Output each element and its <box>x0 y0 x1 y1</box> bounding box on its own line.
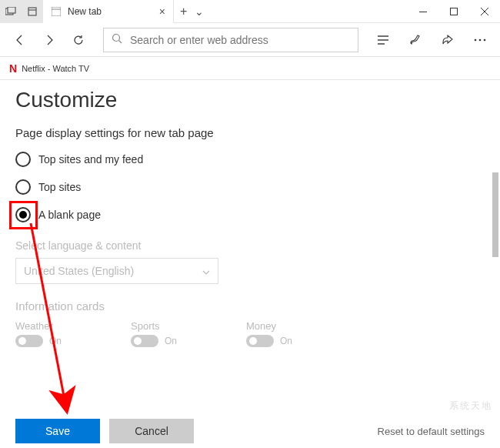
weather-toggle <box>15 335 43 347</box>
search-icon <box>112 33 122 47</box>
svg-rect-7 <box>451 8 458 15</box>
window-titlebar: New tab × + ⌄ <box>0 0 500 23</box>
svg-point-15 <box>475 38 477 41</box>
svg-rect-4 <box>52 7 61 16</box>
svg-rect-1 <box>8 7 15 13</box>
svg-point-16 <box>479 38 482 41</box>
watermark: 系统天地 <box>449 400 492 413</box>
radio-top-sites-feed[interactable]: Top sites and my feed <box>15 152 485 167</box>
toggle-state: On <box>49 336 62 346</box>
radio-top-sites[interactable]: Top sites <box>15 179 485 195</box>
toolbar-right-icons <box>371 28 492 52</box>
refresh-button[interactable] <box>66 28 91 52</box>
tab-close-icon[interactable]: × <box>159 5 165 18</box>
toggle-state: On <box>280 336 292 346</box>
reset-link[interactable]: Reset to default settings <box>378 426 485 437</box>
tab-preview-icon[interactable] <box>0 0 22 23</box>
page-display-radios: Top sites and my feed Top sites A blank … <box>15 152 485 222</box>
more-icon[interactable] <box>468 28 492 52</box>
set-aside-icon[interactable] <box>22 0 43 23</box>
new-tab-area: + ⌄ <box>174 0 210 22</box>
address-bar[interactable] <box>103 28 358 52</box>
notes-icon[interactable] <box>403 28 428 52</box>
forward-button[interactable] <box>37 28 62 52</box>
scrollbar-thumb[interactable] <box>492 172 498 257</box>
favorites-bar: N Netflix - Watch TV <box>0 57 500 80</box>
cards-heading: Information cards <box>15 299 485 313</box>
browser-tab[interactable]: New tab × <box>43 0 174 23</box>
page-content: Customize Page display settings for new … <box>0 80 500 448</box>
favorites-item[interactable]: Netflix - Watch TV <box>22 64 89 73</box>
maximize-button[interactable] <box>438 0 469 23</box>
minimize-button[interactable] <box>408 0 438 23</box>
svg-rect-6 <box>419 12 427 12</box>
back-button[interactable] <box>8 28 32 52</box>
language-value: United States (English) <box>24 265 134 277</box>
toggle-state: On <box>165 336 177 346</box>
language-label: Select language & content <box>15 239 485 252</box>
language-select: United States (English) <box>15 258 218 284</box>
radio-label: Top sites and my feed <box>38 153 143 165</box>
radio-label: Top sites <box>38 181 81 193</box>
tab-strip-left <box>0 0 43 22</box>
cancel-button[interactable]: Cancel <box>109 419 194 443</box>
svg-rect-2 <box>28 8 36 15</box>
tab-title: New tab <box>68 6 153 17</box>
sports-toggle <box>131 335 158 347</box>
search-input[interactable] <box>130 34 350 46</box>
netflix-icon: N <box>9 62 17 75</box>
radio-label: A blank page <box>38 209 101 221</box>
page-title: Customize <box>15 88 485 112</box>
footer-bar: Save Cancel Reset to default settings <box>0 414 500 448</box>
tab-dropdown-icon[interactable]: ⌄ <box>195 5 204 18</box>
svg-line-11 <box>119 40 122 43</box>
save-button[interactable]: Save <box>15 419 100 443</box>
card-money-label: Money <box>246 320 292 332</box>
language-section: Select language & content United States … <box>15 239 485 284</box>
close-window-button[interactable] <box>469 0 500 23</box>
info-cards-section: Information cards Weather On Sports On M… <box>15 299 485 347</box>
svg-point-17 <box>484 38 486 41</box>
card-weather-label: Weather <box>15 320 62 332</box>
svg-point-10 <box>113 34 120 41</box>
window-controls <box>408 0 500 22</box>
radio-blank-page[interactable]: A blank page <box>15 207 485 222</box>
card-sports-label: Sports <box>131 320 177 332</box>
share-icon[interactable] <box>435 28 460 52</box>
new-tab-button[interactable]: + <box>180 5 187 18</box>
section-heading: Page display settings for new tab page <box>15 126 485 139</box>
money-toggle <box>246 335 274 347</box>
browser-toolbar <box>0 23 500 57</box>
chevron-down-icon <box>202 265 210 277</box>
reading-list-icon[interactable] <box>371 28 395 52</box>
tab-favicon-icon <box>51 6 62 17</box>
